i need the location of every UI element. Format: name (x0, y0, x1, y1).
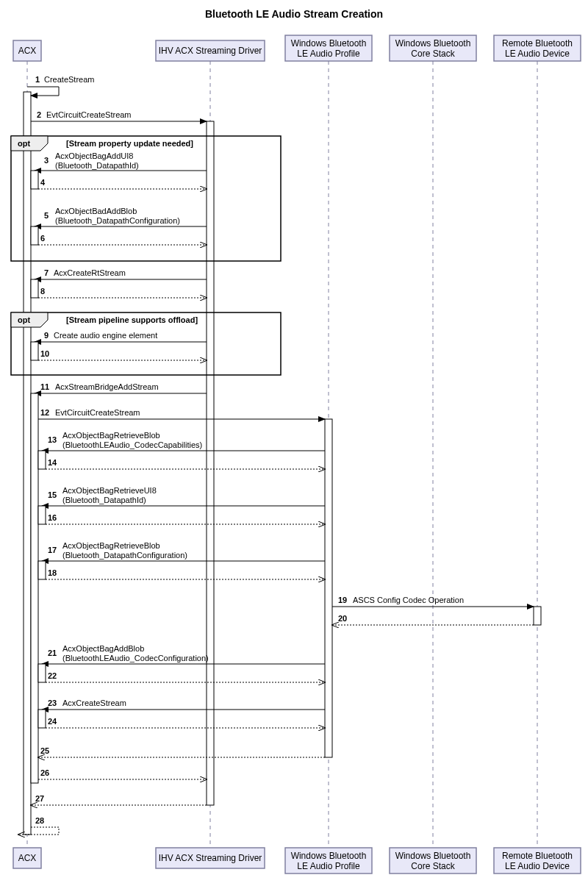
svg-text:IHV ACX Streaming Driver: IHV ACX Streaming Driver (159, 46, 262, 56)
participant-ihv-bottom: IHV ACX Streaming Driver (156, 848, 265, 868)
svg-text:ACX: ACX (18, 46, 37, 56)
svg-text:28: 28 (35, 816, 44, 825)
participant-wbt-core-bottom: Windows Bluetooth Core Stack (390, 848, 476, 874)
svg-text:[Stream property update needed: [Stream property update needed] (66, 139, 193, 148)
msg-4: 4 (38, 178, 207, 189)
msg-16: 16 (46, 513, 325, 524)
svg-rect-32 (31, 226, 38, 245)
msg-13: 13 AcxObjectBagRetrieveBlob (BluetoothLE… (38, 431, 325, 469)
msg-9: 9 Create audio engine element (31, 331, 207, 360)
svg-rect-68 (38, 506, 46, 524)
svg-text:8: 8 (40, 287, 45, 296)
svg-text:opt: opt (18, 315, 30, 324)
svg-text:22: 22 (48, 671, 57, 680)
svg-text:[Stream pipeline supports offl: [Stream pipeline supports offload] (66, 315, 198, 324)
participant-wbt-core-top: Windows Bluetooth Core Stack (390, 35, 476, 61)
msg-5: 5 AcxObjectBadAddBlob (Bluetooth_Datapat… (31, 207, 207, 245)
svg-text:Remote Bluetooth: Remote Bluetooth (502, 851, 573, 861)
svg-text:10: 10 (40, 349, 49, 358)
svg-text:AcxObjectBagRetrieveUI8: AcxObjectBagRetrieveUI8 (62, 486, 157, 495)
svg-text:AcxStreamBridgeAddStream: AcxStreamBridgeAddStream (55, 382, 159, 391)
svg-text:IHV ACX Streaming Driver: IHV ACX Streaming Driver (159, 853, 262, 863)
svg-rect-18 (11, 136, 281, 261)
participant-remote-bottom: Remote Bluetooth LE Audio Device (494, 848, 581, 874)
svg-text:23: 23 (48, 699, 57, 707)
svg-text:Windows Bluetooth: Windows Bluetooth (395, 851, 471, 861)
svg-text:1: 1 (35, 75, 40, 84)
participant-ihv-top: IHV ACX Streaming Driver (156, 40, 265, 61)
svg-text:14: 14 (48, 458, 57, 467)
svg-text:AcxObjectBagRetrieveBlob: AcxObjectBagRetrieveBlob (62, 431, 160, 440)
svg-text:9: 9 (44, 331, 49, 340)
svg-text:Windows Bluetooth: Windows Bluetooth (291, 38, 367, 49)
svg-text:2: 2 (37, 110, 41, 119)
svg-rect-81 (534, 607, 541, 625)
svg-text:LE Audio Device: LE Audio Device (505, 49, 570, 59)
sequence-diagram: Bluetooth LE Audio Stream Creation ACX I… (0, 0, 588, 886)
svg-rect-53 (31, 393, 38, 783)
svg-text:(Bluetooth_DatapathId): (Bluetooth_DatapathId) (62, 496, 146, 504)
msg-15: 15 AcxObjectBagRetrieveUI8 (Bluetooth_Da… (38, 486, 325, 524)
svg-text:12: 12 (40, 408, 49, 417)
svg-text:Core Stack: Core Stack (411, 861, 455, 871)
svg-rect-25 (31, 171, 38, 189)
msg-23: 23 AcxCreateStream (38, 699, 325, 728)
svg-text:Create audio engine element: Create audio engine element (54, 331, 157, 340)
svg-text:13: 13 (48, 435, 57, 444)
msg-8: 8 (38, 287, 207, 298)
participant-wbt-profile-bottom: Windows Bluetooth LE Audio Profile (285, 848, 372, 874)
msg-1: 1 CreateStream (27, 75, 94, 96)
svg-text:24: 24 (48, 717, 57, 726)
msg-18: 18 (46, 568, 325, 579)
svg-text:(BluetoothLEAudio_CodecCapabil: (BluetoothLEAudio_CodecCapabilities) (62, 440, 202, 449)
svg-text:LE Audio Profile: LE Audio Profile (297, 861, 360, 871)
svg-text:17: 17 (48, 546, 57, 554)
svg-rect-88 (38, 664, 46, 682)
msg-17: 17 AcxObjectBagRetrieveBlob (Bluetooth_D… (38, 541, 325, 579)
svg-text:18: 18 (48, 568, 57, 577)
participant-acx-bottom: ACX (13, 848, 41, 868)
svg-text:(BluetoothLEAudio_CodecConfigu: (BluetoothLEAudio_CodecConfiguration) (62, 654, 209, 662)
svg-rect-75 (38, 561, 46, 579)
msg-22: 22 (46, 671, 325, 682)
msg-12: 12 EvtCircuitCreateStream (38, 408, 325, 419)
svg-text:EvtCircuitCreateStream: EvtCircuitCreateStream (46, 110, 132, 119)
activation-ihv (207, 121, 214, 805)
activation-acx-main (24, 92, 31, 835)
svg-text:11: 11 (40, 382, 49, 391)
svg-text:EvtCircuitCreateStream: EvtCircuitCreateStream (55, 408, 140, 417)
msg-14: 14 (46, 458, 325, 469)
svg-text:ASCS Config Codec Operation: ASCS Config Codec Operation (353, 596, 464, 604)
msg-27: 27 (31, 794, 207, 805)
svg-text:Windows Bluetooth: Windows Bluetooth (291, 851, 367, 861)
svg-text:(Bluetooth_DatapathId): (Bluetooth_DatapathId) (55, 161, 139, 170)
svg-text:LE Audio Device: LE Audio Device (505, 861, 570, 871)
svg-text:3: 3 (44, 156, 49, 165)
svg-text:27: 27 (35, 794, 44, 803)
svg-text:21: 21 (48, 649, 57, 657)
opt-frame-1: opt [Stream property update needed] (11, 136, 281, 261)
msg-10: 10 (38, 349, 207, 360)
msg-26: 26 (38, 768, 207, 779)
svg-text:20: 20 (338, 614, 347, 623)
svg-text:Remote Bluetooth: Remote Bluetooth (502, 38, 573, 49)
svg-text:6: 6 (40, 234, 45, 243)
svg-text:opt: opt (18, 139, 30, 148)
msg-7: 7 AcxCreateRtStream (31, 268, 207, 298)
svg-rect-47 (31, 342, 38, 360)
svg-text:Core Stack: Core Stack (411, 49, 455, 59)
svg-text:CreateStream: CreateStream (44, 75, 94, 84)
svg-text:AcxObjectBagAddBlob: AcxObjectBagAddBlob (62, 644, 144, 653)
msg-24: 24 (46, 717, 325, 728)
activation-wbt-profile (325, 419, 332, 757)
svg-text:7: 7 (44, 268, 49, 277)
msg-19: 19 ASCS Config Codec Operation (332, 596, 541, 625)
svg-text:(Bluetooth_DatapathConfigurati: (Bluetooth_DatapathConfiguration) (62, 551, 187, 560)
participant-acx-top: ACX (13, 40, 41, 61)
svg-rect-94 (38, 710, 46, 728)
svg-text:19: 19 (338, 596, 347, 604)
msg-6: 6 (38, 234, 207, 245)
svg-text:4: 4 (40, 178, 46, 187)
diagram-title: Bluetooth LE Audio Stream Creation (205, 8, 383, 20)
svg-text:AcxObjectBagAddUI8: AcxObjectBagAddUI8 (55, 151, 133, 160)
